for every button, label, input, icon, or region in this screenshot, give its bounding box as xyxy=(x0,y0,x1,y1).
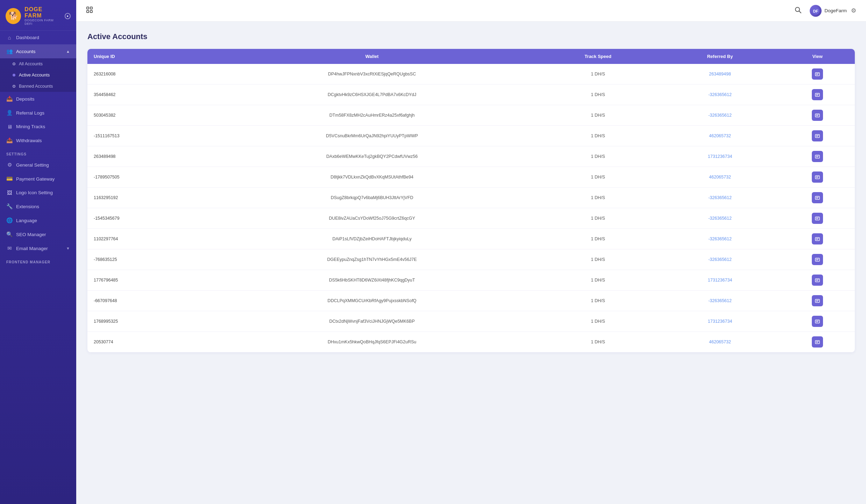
cell-unique-id: -667097648 xyxy=(87,291,208,311)
sidebar-label-general-setting: General Setting xyxy=(16,162,49,168)
col-unique-id: Unique ID xyxy=(87,49,208,64)
search-icon[interactable] xyxy=(794,6,801,15)
svg-rect-29 xyxy=(815,217,820,220)
svg-rect-23 xyxy=(815,176,820,179)
expand-icon[interactable] xyxy=(86,6,93,15)
cell-wallet: DAxb6eWEMwKKeTuj2gkBQY2PCdwfUVwz56 xyxy=(208,146,536,167)
dot-banned-icon xyxy=(13,85,15,88)
sidebar-label-payment-gateway: Payment Gateway xyxy=(16,176,55,182)
view-button[interactable] xyxy=(812,192,823,203)
extensions-icon: 🔧 xyxy=(6,203,13,210)
sidebar-label-seo-manager: SEO Manager xyxy=(16,232,46,237)
sidebar-item-general-setting[interactable]: ⚙ General Setting xyxy=(0,158,76,172)
search-icon: 🔍 xyxy=(6,231,13,238)
view-button[interactable] xyxy=(812,89,823,100)
cell-referred-by: -326365612 xyxy=(660,85,780,105)
sidebar-label-active-accounts: Active Accounts xyxy=(19,73,50,78)
sidebar-label-logo-icon-setting: Logo Icon Setting xyxy=(16,190,53,195)
sidebar-item-email-manager[interactable]: ✉ Email Manager ▼ xyxy=(0,241,76,255)
col-wallet: Wallet xyxy=(208,49,536,64)
sidebar-logo: 🐕 DOGE FARM DOGECOIN FARM DEFI ● xyxy=(0,0,76,31)
frontend-section-label: FRONTEND MANAGER xyxy=(0,255,76,266)
sidebar-item-language[interactable]: 🌐 Language xyxy=(0,213,76,227)
svg-rect-41 xyxy=(815,299,820,302)
cell-view xyxy=(780,85,855,105)
cell-view xyxy=(780,64,855,85)
sidebar-label-referral-logs: Referral Logs xyxy=(16,110,44,116)
sidebar-label-language: Language xyxy=(16,218,37,223)
cell-view xyxy=(780,291,855,311)
cell-view xyxy=(780,229,855,249)
sidebar-item-dashboard[interactable]: ⌂ Dashboard xyxy=(0,31,76,44)
view-button[interactable] xyxy=(812,316,823,327)
table-row: 263489498 DAxb6eWEMwKKeTuj2gkBQY2PCdwfUV… xyxy=(87,146,855,167)
settings-icon[interactable]: ⚙ xyxy=(851,7,856,14)
sidebar-item-payment-gateway[interactable]: 💳 Payment Gateway xyxy=(0,172,76,186)
svg-rect-2 xyxy=(87,10,89,13)
view-button[interactable] xyxy=(812,110,823,121)
logo-title-prefix: DOGE xyxy=(24,6,42,12)
col-track-speed: Track Speed xyxy=(536,49,660,64)
chevron-up-icon: ▲ xyxy=(66,49,70,53)
logo-subtitle: DOGECOIN FARM DEFI xyxy=(24,19,61,25)
cell-wallet: D8tjkk7VDLkxnZkQdBvXKqMSUtAthfBe94 xyxy=(208,167,536,188)
view-button[interactable] xyxy=(812,213,823,224)
cell-unique-id: -1511167513 xyxy=(87,126,208,146)
view-button[interactable] xyxy=(812,68,823,80)
view-button[interactable] xyxy=(812,151,823,162)
view-button[interactable] xyxy=(812,275,823,286)
view-button[interactable] xyxy=(812,295,823,306)
sidebar-item-active-accounts[interactable]: Active Accounts xyxy=(0,70,76,81)
cell-referred-by: -326365612 xyxy=(660,105,780,126)
view-button[interactable] xyxy=(812,171,823,183)
sidebar-item-logo-icon-setting[interactable]: 🖼 Logo Icon Setting xyxy=(0,186,76,199)
sidebar-item-mining-tracks[interactable]: 🖥 Mining Tracks xyxy=(0,120,76,133)
svg-rect-3 xyxy=(90,10,92,13)
sidebar-item-extensions[interactable]: 🔧 Extensions xyxy=(0,199,76,213)
svg-rect-35 xyxy=(815,258,820,261)
sidebar-item-seo-manager[interactable]: 🔍 SEO Manager xyxy=(0,227,76,241)
table-row: 503045382 DTm58FX8zMH2cAuHmrERz4a25xf6af… xyxy=(87,105,855,126)
cell-wallet: DGEEypuZnqZsg1hTN7vYhHGx5mE4v56J7E xyxy=(208,249,536,270)
cell-track-speed: 1 DH/S xyxy=(536,270,660,291)
svg-rect-47 xyxy=(815,341,820,344)
cell-referred-by: 1731236734 xyxy=(660,146,780,167)
dot-icon xyxy=(13,63,15,65)
logo-title-main: FARM xyxy=(24,13,42,19)
sidebar-item-accounts[interactable]: 👥 Accounts ▲ xyxy=(0,44,76,58)
mining-icon: 🖥 xyxy=(6,124,13,130)
sidebar-item-withdrawals[interactable]: 📤 Withdrawals xyxy=(0,133,76,147)
table-row: 1768995325 DCtx2dNjWvnjFaf3VciJHNJGjWQe5… xyxy=(87,311,855,332)
referral-icon: 👤 xyxy=(6,110,13,116)
user-name: DogeFarm xyxy=(824,8,847,13)
cell-referred-by: -326365612 xyxy=(660,229,780,249)
sidebar-item-all-accounts[interactable]: All Accounts xyxy=(0,58,76,70)
view-button[interactable] xyxy=(812,254,823,265)
main-content: DF DogeFarm ⚙ Active Accounts Unique ID … xyxy=(76,0,866,504)
cell-unique-id: 1768995325 xyxy=(87,311,208,332)
sidebar-item-banned-accounts[interactable]: Banned Accounts xyxy=(0,81,76,92)
chevron-down-icon: ▼ xyxy=(66,246,70,250)
cell-view xyxy=(780,188,855,208)
table-row: 263216008 DP4hwJFPNxnbV3xcRtXiESjqQeRQUg… xyxy=(87,64,855,85)
cell-wallet: DCtx2dNjWvnjFaf3VciJHNJGjWQe5MK6BP xyxy=(208,311,536,332)
cell-view xyxy=(780,311,855,332)
cell-wallet: DAiP1sLfVDZjbZeiHDoHAFTJbjkyiqduLy xyxy=(208,229,536,249)
svg-rect-14 xyxy=(815,114,820,117)
accounts-table-card: Unique ID Wallet Track Speed Referred By… xyxy=(87,49,855,352)
logo-dot: ● xyxy=(65,13,71,19)
user-avatar: DF xyxy=(810,5,822,17)
table-row: 1163295192 DSugZ8brkqpQ7v6baMj6BUH3JttAr… xyxy=(87,188,855,208)
sidebar-item-deposits[interactable]: 📥 Deposits xyxy=(0,92,76,106)
view-button[interactable] xyxy=(812,233,823,244)
cell-track-speed: 1 DH/S xyxy=(536,332,660,352)
cell-unique-id: 20530774 xyxy=(87,332,208,352)
cell-track-speed: 1 DH/S xyxy=(536,167,660,188)
cell-unique-id: 1776796485 xyxy=(87,270,208,291)
sidebar-item-referral-logs[interactable]: 👤 Referral Logs xyxy=(0,106,76,120)
view-button[interactable] xyxy=(812,130,823,141)
table-row: 20530774 DHxu1mKx5hkwQoBHqJfqS6EPJFi4G2u… xyxy=(87,332,855,352)
globe-icon: 🌐 xyxy=(6,217,13,224)
view-button[interactable] xyxy=(812,336,823,348)
table-row: -1789507505 D8tjkk7VDLkxnZkQdBvXKqMSUtAt… xyxy=(87,167,855,188)
